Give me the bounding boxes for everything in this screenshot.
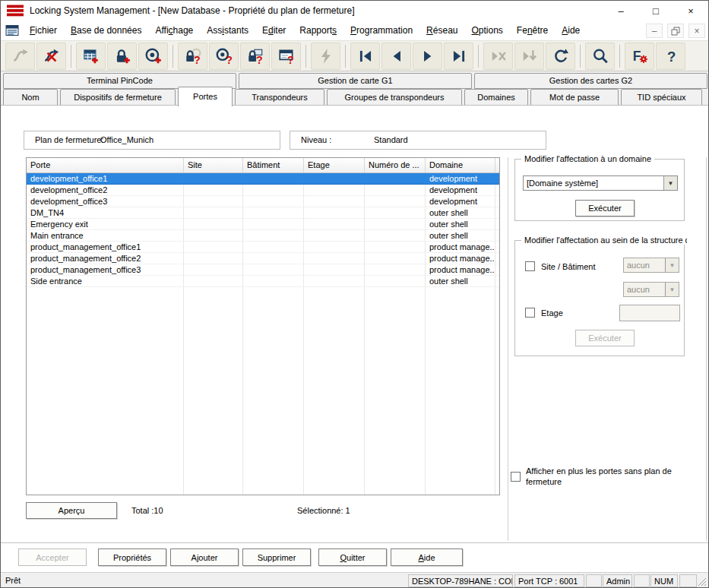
- domain-execute-button[interactable]: Exécuter: [575, 200, 635, 217]
- table-row[interactable]: development_office3development: [27, 196, 499, 207]
- first-record-icon: [356, 47, 375, 65]
- domain-select[interactable]: [Domaine système] ▼: [523, 175, 678, 191]
- read-card-icon: ?: [277, 47, 296, 65]
- floor-input[interactable]: [619, 305, 680, 321]
- table-row[interactable]: product_management_office2product manage…: [27, 253, 499, 264]
- apply-record-button[interactable]: [514, 43, 544, 70]
- read-card-button[interactable]: ?: [271, 43, 301, 70]
- previous-record-button[interactable]: [381, 43, 411, 70]
- disconnect-button[interactable]: [36, 43, 66, 70]
- read-network-lock-button[interactable]: ?: [240, 43, 270, 70]
- table-row[interactable]: product_management_office1product manage…: [27, 242, 499, 253]
- table-row[interactable]: Side entranceouter shell: [27, 276, 499, 287]
- next-record-button[interactable]: [413, 43, 442, 70]
- new-locking-plan-icon: [82, 47, 100, 65]
- menu-affichage[interactable]: Affichage: [148, 22, 200, 39]
- column-header-domaine[interactable]: Domaine: [426, 158, 495, 172]
- tab-portes[interactable]: Portes: [178, 87, 233, 106]
- show-doors-without-plan-label: Afficher en plus les portes sans plan de…: [526, 466, 674, 487]
- read-transponder-button[interactable]: ?: [209, 43, 239, 70]
- building-select[interactable]: aucun ▼: [623, 282, 679, 297]
- site-building-checkbox[interactable]: [525, 261, 535, 271]
- menu-programmation[interactable]: Programmation: [343, 22, 419, 39]
- cell-etage: [304, 185, 365, 196]
- cell-batiment: [243, 230, 304, 242]
- menu-fen-tre[interactable]: Fenêtre: [510, 22, 555, 39]
- table-row[interactable]: Emergency exitouter shell: [27, 219, 499, 230]
- show-doors-without-plan-checkbox[interactable]: [511, 472, 521, 482]
- chevron-down-icon[interactable]: ▼: [665, 283, 679, 296]
- tab-nom[interactable]: Nom: [3, 89, 58, 106]
- help-button[interactable]: ?: [656, 43, 685, 70]
- table-row[interactable]: product_management_office3product manage…: [27, 264, 499, 276]
- cell-spacer: [495, 219, 499, 230]
- total-count: Total :10: [131, 506, 163, 515]
- minimize-button[interactable]: –: [603, 1, 638, 21]
- tab-domaines[interactable]: Domaines: [464, 89, 528, 106]
- propri-t-s-button[interactable]: Propriétés: [98, 548, 166, 566]
- tab-mot-de-passe[interactable]: Mot de passe: [530, 89, 619, 106]
- refresh-button[interactable]: [546, 43, 575, 70]
- locking-plan-label: Plan de fermeture:: [35, 135, 104, 144]
- tab-groupes-de-transpondeurs[interactable]: Groupes de transpondeurs: [327, 89, 462, 106]
- new-transponder-icon: [144, 47, 163, 65]
- last-record-button[interactable]: [444, 43, 473, 70]
- close-button[interactable]: ×: [673, 1, 708, 21]
- right-edge-divider: [706, 157, 707, 541]
- mdi-minimize-button[interactable]: –: [646, 24, 663, 38]
- tab-dispositifs-de-fermeture[interactable]: Dispositifs de fermeture: [60, 89, 176, 106]
- preview-button[interactable]: Aperçu: [26, 502, 117, 519]
- search-button[interactable]: [585, 43, 615, 70]
- table-row[interactable]: development_office2development: [27, 185, 499, 196]
- new-lock-button[interactable]: [107, 43, 137, 70]
- new-locking-plan-button[interactable]: [76, 43, 106, 70]
- ajouter-button[interactable]: Ajouter: [170, 548, 239, 566]
- previous-record-icon: [388, 47, 406, 65]
- structure-execute-button[interactable]: Exécuter: [575, 330, 635, 346]
- connect-button[interactable]: [5, 43, 35, 70]
- cell-site: [184, 264, 243, 276]
- menu-aide[interactable]: Aide: [555, 22, 587, 39]
- first-record-button[interactable]: [350, 43, 380, 70]
- tab-tid-sp-ciaux[interactable]: TID spéciaux: [621, 89, 702, 106]
- menu-editer[interactable]: Editer: [255, 22, 293, 39]
- new-transponder-button[interactable]: [138, 43, 168, 70]
- accepter-button[interactable]: Accepter: [18, 548, 87, 566]
- menu-fichier[interactable]: Fichier: [23, 22, 64, 39]
- tab-transpondeurs[interactable]: Transpondeurs: [235, 89, 324, 106]
- cell-domaine: development: [426, 196, 495, 207]
- table-row[interactable]: development_office1development: [27, 173, 499, 185]
- column-header-spacer: [495, 158, 499, 172]
- read-lock-button[interactable]: ?: [178, 43, 207, 70]
- quitter-button[interactable]: Quitter: [318, 548, 387, 566]
- column-header-etage[interactable]: Etage: [304, 158, 365, 172]
- toolbar-separator: [305, 45, 306, 68]
- resize-grip-icon[interactable]: [698, 578, 707, 586]
- maximize-button[interactable]: □: [638, 1, 673, 21]
- status-port: Port TCP : 6001: [514, 574, 584, 587]
- functions-button[interactable]: F: [625, 43, 654, 70]
- program-button[interactable]: [311, 43, 340, 70]
- mdi-close-button[interactable]: ×: [688, 24, 705, 38]
- menu-options[interactable]: Options: [464, 22, 509, 39]
- cancel-record-button[interactable]: [483, 43, 513, 70]
- column-header-site[interactable]: Site: [184, 158, 243, 172]
- column-header-batiment[interactable]: Bâtiment: [243, 158, 304, 172]
- table-row[interactable]: DM_TN4outer shell: [27, 207, 499, 219]
- column-header-porte[interactable]: Porte: [27, 158, 184, 172]
- tab-gestion-de-carte-g1[interactable]: Gestion de carte G1: [239, 73, 472, 89]
- supprimer-button[interactable]: Supprimer: [242, 548, 311, 566]
- menu-rapports[interactable]: Rapports: [293, 22, 343, 39]
- column-header-numero[interactable]: Numéro de ...: [365, 158, 426, 172]
- menu-assistants[interactable]: Assistants: [200, 22, 255, 39]
- table-row[interactable]: Main entranceouter shell: [27, 230, 499, 242]
- menu-base-de-donn-es[interactable]: Base de données: [64, 22, 148, 39]
- floor-checkbox[interactable]: [525, 308, 535, 318]
- chevron-down-icon[interactable]: ▼: [665, 258, 679, 272]
- aide-button[interactable]: Aide: [391, 548, 463, 566]
- mdi-restore-button[interactable]: [667, 24, 684, 38]
- chevron-down-icon[interactable]: ▼: [663, 176, 677, 190]
- tab-gestion-des-cartes-g2[interactable]: Gestion des cartes G2: [474, 73, 707, 89]
- site-select[interactable]: aucun ▼: [623, 258, 679, 273]
- menu-r-seau[interactable]: Réseau: [419, 22, 464, 39]
